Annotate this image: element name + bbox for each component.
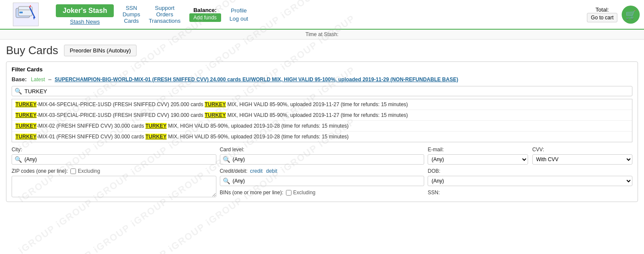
highlight-text-2: TURKEY <box>205 112 226 118</box>
email-label: E-mail: <box>428 147 528 153</box>
zip-excluding-label[interactable]: Excluding <box>70 168 100 174</box>
svg-rect-3 <box>19 12 23 13</box>
time-label: Time at Stash: <box>306 31 339 37</box>
filter-fields: City: 🔍 ZIP codes (one per line): Exclud… <box>12 147 632 197</box>
transactions-link[interactable]: Transactions <box>149 18 181 24</box>
page-title-row: Buy Cards Preorder BINs (Autobuy) <box>6 44 638 57</box>
filter-box: Filter Cards Base: Latest – SUPERCHAMPIO… <box>6 61 638 202</box>
highlight-text-2: TURKEY <box>146 134 167 140</box>
filter-col-1: City: 🔍 ZIP codes (one per line): Exclud… <box>12 147 216 197</box>
card-level-group: Card level: 🔍 <box>220 147 425 165</box>
highlight-text-2: TURKEY <box>146 123 167 129</box>
zip-excluding-checkbox[interactable] <box>70 168 76 174</box>
zip-label: ZIP codes (one per line): <box>12 168 68 174</box>
header: Joker's Stash Stash News SSN Dumps Cards… <box>0 0 644 30</box>
base-label: Base: <box>12 76 27 83</box>
credit-debit-input[interactable] <box>233 178 422 184</box>
bins-label: BINs (one or more per line): <box>220 190 283 196</box>
total-text: Total: <box>595 6 609 13</box>
filter-col-2: Card level: 🔍 Credit/debit: credit debit <box>220 147 425 197</box>
go-to-cart-button[interactable]: Go to cart <box>587 13 617 22</box>
profile-logout-area: Profile Log out <box>230 7 248 22</box>
base-search-row: 🔍 <box>12 86 632 96</box>
ssn-dumps-nav: SSN Dumps Cards <box>122 5 140 24</box>
bins-group: BINs (one or more per line): Excluding <box>220 190 425 196</box>
cvv-group: CVV: With CVV <box>532 147 632 165</box>
support-link[interactable]: Support <box>155 5 175 11</box>
ssn-group: SSN: <box>428 190 632 196</box>
base-row: Base: Latest – SUPERCHAMPION-BIG-WORLD-M… <box>12 76 632 83</box>
card-level-label: Card level: <box>220 147 425 153</box>
email-select[interactable]: (Any) <box>428 154 528 165</box>
joker-stash-button[interactable]: Joker's Stash <box>56 4 114 17</box>
zip-label-row: ZIP codes (one per line): Excluding <box>12 168 216 174</box>
card-level-input[interactable] <box>233 156 422 162</box>
filter-col-3: E-mail: (Any) CVV: With CVV DOB: <box>428 147 632 197</box>
logout-link[interactable]: Log out <box>230 15 248 22</box>
zip-textarea[interactable] <box>12 176 216 197</box>
search-icon: 🔍 <box>15 88 22 95</box>
dob-group: DOB: (Any) <box>428 168 632 186</box>
debit-link[interactable]: debit <box>266 168 277 174</box>
bins-excluding-checkbox[interactable] <box>286 190 292 196</box>
dropdown-results[interactable]: TURKEY-MIX-04-SPECIAL-PRICE-1USD (FRESH … <box>12 99 632 142</box>
add-funds-button[interactable]: Add funds <box>189 13 221 22</box>
credit-debit-search-row: 🔍 <box>220 176 425 186</box>
cart-icon[interactable]: 🛒 <box>622 6 640 24</box>
credit-debit-label-row: Credit/debit: credit debit <box>220 168 425 174</box>
base-selected-link[interactable]: SUPERCHAMPION-BIG-WORLD-MIX-01 (FRESH SN… <box>55 77 458 83</box>
city-group: City: 🔍 <box>12 147 216 165</box>
ssn-link[interactable]: SSN <box>126 5 137 11</box>
cvv-label: CVV: <box>532 147 632 153</box>
zip-excluding-text: Excluding <box>78 168 100 174</box>
dumps-link[interactable]: Dumps <box>122 11 140 18</box>
bins-excluding-text: Excluding <box>293 190 316 196</box>
dropdown-item[interactable]: TURKEY-MIX-01 (FRESH SNIFFED CVV) 30.000… <box>12 132 632 142</box>
preorder-button[interactable]: Preorder BINs (Autobuy) <box>64 45 136 56</box>
bins-label-row: BINs (one or more per line): Excluding <box>220 190 425 196</box>
base-dash: – <box>48 76 51 83</box>
zip-group: ZIP codes (one per line): Excluding <box>12 168 216 197</box>
dropdown-item[interactable]: TURKEY-MIX-03-SPECIAL-PRICE-1USD (FRESH … <box>12 110 632 121</box>
city-search-icon: 🔍 <box>15 156 22 163</box>
credit-link[interactable]: credit <box>250 168 262 174</box>
credit-debit-label: Credit/debit: <box>220 168 248 174</box>
highlight-text: TURKEY <box>15 112 36 118</box>
highlight-text: TURKEY <box>15 134 36 140</box>
bins-excluding-label[interactable]: Excluding <box>286 190 316 196</box>
highlight-text-2: TURKEY <box>205 101 226 107</box>
time-bar: Time at Stash: <box>0 30 644 40</box>
total-label: Total: Go to cart <box>587 6 617 22</box>
main-content: Buy Cards Preorder BINs (Autobuy) Filter… <box>0 40 644 206</box>
dropdown-item[interactable]: TURKEY-MIX-04-SPECIAL-PRICE-1USD (FRESH … <box>12 99 632 110</box>
credit-debit-links: credit debit <box>250 168 277 174</box>
highlight-text: TURKEY <box>15 123 36 129</box>
stash-news-link[interactable]: Stash News <box>70 18 100 25</box>
cards-link[interactable]: Cards <box>124 18 139 24</box>
credit-debit-icon: 🔍 <box>223 177 230 184</box>
balance-area: Balance: Add funds <box>189 7 221 22</box>
dropdown-item[interactable]: TURKEY-MIX-02 (FRESH SNIFFED CVV) 30.000… <box>12 121 632 132</box>
base-search-input[interactable] <box>24 88 629 95</box>
base-latest-link[interactable]: Latest <box>31 77 45 83</box>
support-orders-nav: Support Orders Transactions <box>149 5 181 24</box>
page-title: Buy Cards <box>6 44 58 57</box>
email-group: E-mail: (Any) <box>428 147 528 165</box>
profile-link[interactable]: Profile <box>231 7 247 14</box>
ssn-label: SSN: <box>428 190 632 196</box>
orders-link[interactable]: Orders <box>156 11 173 18</box>
city-label: City: <box>12 147 216 153</box>
highlight-text: TURKEY <box>15 101 36 107</box>
city-input[interactable] <box>24 156 213 162</box>
cvv-select[interactable]: With CVV <box>532 154 632 165</box>
total-area: Total: Go to cart 🛒 <box>587 6 640 24</box>
card-level-search-icon: 🔍 <box>223 156 230 163</box>
credit-debit-group: Credit/debit: credit debit 🔍 <box>220 168 425 186</box>
logo-icon <box>13 3 39 26</box>
email-cvv-row: E-mail: (Any) CVV: With CVV <box>428 147 632 165</box>
balance-label: Balance: <box>193 7 216 13</box>
logo-area <box>4 3 47 26</box>
dob-label: DOB: <box>428 168 632 174</box>
city-search-row: 🔍 <box>12 154 216 165</box>
dob-select[interactable]: (Any) <box>428 176 632 186</box>
